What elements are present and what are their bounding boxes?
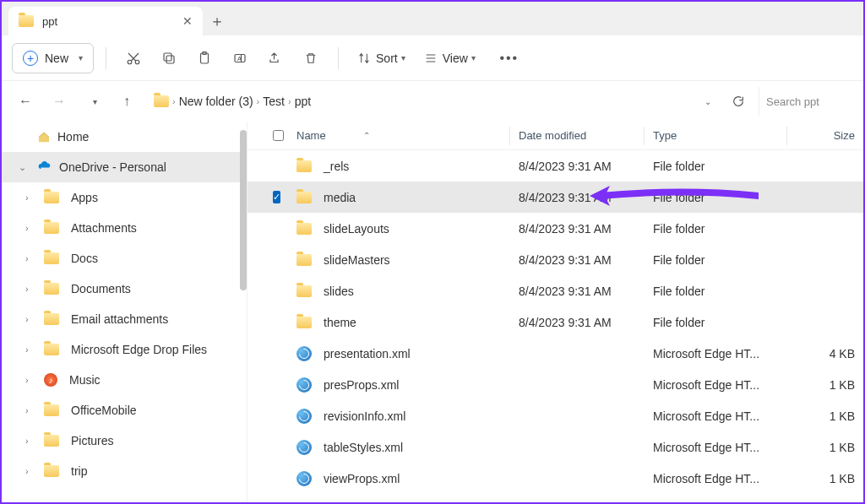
- column-size[interactable]: Size: [787, 129, 863, 142]
- file-row[interactable]: slides8/4/2023 9:31 AMFile folder: [248, 275, 863, 306]
- chevron-right-icon[interactable]: ›: [25, 405, 37, 415]
- sort-button[interactable]: Sort ▾: [351, 43, 412, 73]
- file-row[interactable]: ✓media8/4/2023 9:31 AMFile folder: [248, 182, 863, 213]
- tab-bar: ppt ✕ ＋: [2, 2, 863, 35]
- forward-button[interactable]: →: [46, 88, 73, 115]
- sidebar-item[interactable]: ›Docs: [2, 243, 247, 274]
- close-icon[interactable]: ✕: [182, 14, 193, 28]
- file-name-cell[interactable]: slideMasters: [288, 253, 509, 267]
- file-type: Microsoft Edge HT...: [645, 472, 786, 485]
- column-name[interactable]: Name⌃: [288, 129, 509, 142]
- file-row[interactable]: tableStyles.xmlMicrosoft Edge HT...1 KB: [248, 431, 863, 463]
- new-tab-button[interactable]: ＋: [203, 7, 231, 35]
- crumb-segment[interactable]: ppt: [295, 95, 311, 108]
- paste-button[interactable]: [189, 43, 220, 73]
- file-row[interactable]: slideLayouts8/4/2023 9:31 AMFile folder: [248, 213, 863, 244]
- chevron-right-icon[interactable]: ›: [25, 192, 37, 203]
- folder-icon: [154, 95, 169, 107]
- file-name-cell[interactable]: revisionInfo.xml: [288, 409, 509, 424]
- tab-title: ppt: [42, 15, 57, 28]
- recent-button[interactable]: ▾: [79, 88, 106, 115]
- chevron-down-icon[interactable]: ⌄: [19, 162, 30, 173]
- file-name-cell[interactable]: slides: [288, 285, 509, 298]
- file-name-cell[interactable]: presProps.xml: [288, 377, 509, 393]
- chevron-down-icon: ▾: [471, 53, 476, 62]
- column-type[interactable]: Type: [645, 129, 786, 142]
- sidebar-item[interactable]: ›Pictures: [2, 425, 247, 456]
- chevron-right-icon[interactable]: ›: [25, 284, 37, 294]
- file-date: 8/4/2023 9:31 AM: [510, 316, 644, 329]
- sidebar-item-label: Microsoft Edge Drop Files: [71, 343, 207, 356]
- plus-icon: +: [23, 51, 38, 66]
- chevron-right-icon[interactable]: ›: [25, 466, 37, 476]
- file-row[interactable]: presentation.xmlMicrosoft Edge HT...4 KB: [248, 338, 863, 369]
- file-row[interactable]: viewProps.xmlMicrosoft Edge HT...1 KB: [248, 463, 863, 494]
- file-name: slideMasters: [324, 253, 390, 267]
- file-name-cell[interactable]: viewProps.xml: [288, 471, 509, 486]
- chevron-right-icon[interactable]: ›: [25, 436, 37, 446]
- file-type: File folder: [645, 253, 786, 267]
- sidebar-onedrive[interactable]: ⌄ OneDrive - Personal: [2, 152, 247, 182]
- file-row[interactable]: slideMasters8/4/2023 9:31 AMFile folder: [248, 244, 863, 275]
- crumb-segment[interactable]: Test: [263, 95, 285, 108]
- breadcrumb[interactable]: › New folder (3) › Test › ppt: [147, 87, 686, 116]
- file-name-cell[interactable]: _rels: [288, 160, 509, 173]
- tab-ppt[interactable]: ppt ✕: [8, 7, 203, 35]
- chevron-down-icon: ▾: [79, 53, 83, 62]
- scrollbar-thumb[interactable]: [240, 130, 247, 290]
- chevron-right-icon[interactable]: ›: [25, 344, 37, 355]
- file-row[interactable]: presProps.xmlMicrosoft Edge HT...1 KB: [248, 369, 863, 400]
- folder-icon: [44, 283, 59, 295]
- back-button[interactable]: ←: [12, 88, 39, 115]
- file-name-cell[interactable]: theme: [288, 316, 509, 329]
- file-name-cell[interactable]: tableStyles.xml: [288, 440, 509, 455]
- column-date[interactable]: Date modified: [510, 129, 644, 142]
- chevron-right-icon[interactable]: ›: [25, 253, 37, 263]
- file-size: 1 KB: [787, 378, 863, 392]
- svg-rect-2: [166, 56, 174, 63]
- up-button[interactable]: ↑: [113, 88, 140, 115]
- file-row[interactable]: _rels8/4/2023 9:31 AMFile folder: [248, 150, 863, 182]
- sidebar-item-label: Email attachments: [71, 312, 168, 326]
- crumb-segment[interactable]: New folder (3): [179, 95, 253, 108]
- file-name-cell[interactable]: slideLayouts: [288, 222, 509, 236]
- sidebar-item[interactable]: ›Documents: [2, 274, 247, 304]
- folder-icon: [44, 192, 59, 203]
- file-row[interactable]: revisionInfo.xmlMicrosoft Edge HT...1 KB: [248, 400, 863, 431]
- sidebar-item[interactable]: ›Microsoft Edge Drop Files: [2, 334, 247, 365]
- copy-button[interactable]: [154, 43, 184, 73]
- file-type: File folder: [645, 285, 786, 298]
- chevron-right-icon[interactable]: ›: [25, 375, 37, 385]
- file-name-cell[interactable]: media: [288, 191, 509, 204]
- select-all-checkbox[interactable]: [264, 130, 288, 141]
- sidebar-item[interactable]: ›trip: [2, 456, 247, 486]
- sidebar-home[interactable]: Home: [2, 122, 247, 152]
- search-input[interactable]: Search ppt: [759, 87, 853, 116]
- row-checkbox[interactable]: ✓: [264, 191, 288, 203]
- more-button[interactable]: •••: [494, 43, 525, 73]
- folder-icon: [44, 313, 59, 325]
- file-name-cell[interactable]: presentation.xml: [288, 346, 509, 361]
- sidebar-item-label: Documents: [71, 282, 131, 295]
- refresh-button[interactable]: [725, 88, 752, 115]
- ellipsis-icon: •••: [499, 51, 519, 66]
- chevron-right-icon[interactable]: ›: [25, 314, 37, 324]
- file-date: 8/4/2023 9:31 AM: [510, 160, 644, 173]
- edge-file-icon: [296, 440, 312, 455]
- file-type: File folder: [645, 191, 786, 204]
- file-row[interactable]: theme8/4/2023 9:31 AMFile folder: [248, 306, 863, 338]
- delete-button[interactable]: [296, 43, 326, 73]
- dropdown-button[interactable]: ⌄: [693, 88, 720, 115]
- sidebar-item[interactable]: ›♪Music: [2, 365, 247, 395]
- chevron-right-icon[interactable]: ›: [25, 223, 37, 233]
- rename-button[interactable]: A: [225, 43, 255, 73]
- sidebar-item[interactable]: ›OfficeMobile: [2, 395, 247, 425]
- cut-button[interactable]: [118, 43, 149, 73]
- sidebar-item[interactable]: ›Attachments: [2, 213, 247, 243]
- sidebar-item[interactable]: ›Apps: [2, 182, 247, 213]
- explorer-window: ppt ✕ ＋ + New ▾ A Sort ▾ View ▾ •••: [2, 2, 863, 502]
- sidebar-item[interactable]: ›Email attachments: [2, 304, 247, 334]
- view-button[interactable]: View ▾: [417, 43, 482, 73]
- new-button[interactable]: + New ▾: [12, 43, 94, 73]
- share-button[interactable]: [260, 43, 291, 73]
